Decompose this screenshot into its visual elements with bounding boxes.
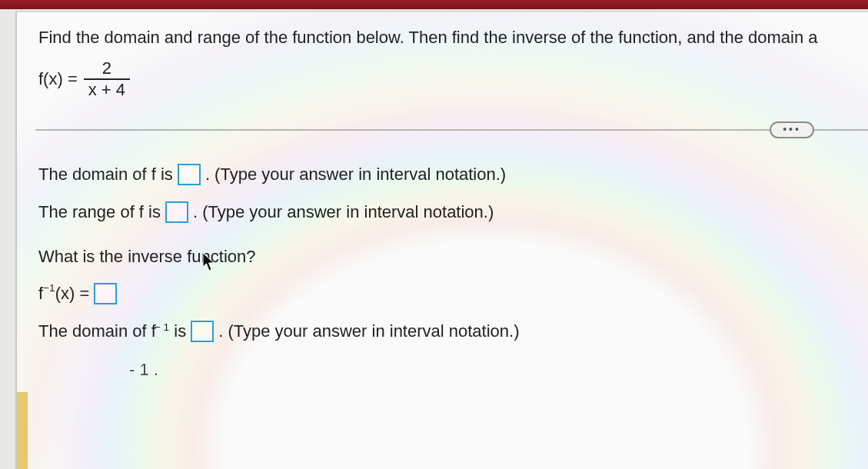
- question-panel: Find the domain and range of the functio…: [15, 11, 868, 469]
- range-f-label: The range of f is: [38, 201, 161, 224]
- range-f-hint: . (Type your answer in interval notation…: [193, 201, 494, 224]
- domain-f-hint: . (Type your answer in interval notation…: [205, 163, 506, 186]
- denominator: x + 4: [84, 80, 130, 98]
- question-prompt: Find the domain and range of the functio…: [38, 26, 868, 49]
- inverse-lhs: f−1(x) =: [38, 282, 89, 305]
- inverse-function-input[interactable]: [94, 283, 117, 304]
- domain-f-input[interactable]: [178, 164, 201, 185]
- formula-fraction: 2 x + 4: [84, 60, 130, 98]
- domain-inverse-label: The domain of f− 1 is: [38, 320, 186, 343]
- range-f-input[interactable]: [165, 201, 188, 223]
- domain-inverse-input[interactable]: [191, 321, 214, 342]
- domain-inverse-hint: . (Type your answer in interval notation…: [218, 320, 519, 343]
- page-edge-tab: [17, 392, 28, 469]
- domain-f-label: The domain of f is: [38, 163, 173, 186]
- inverse-function-row: f−1(x) =: [38, 282, 868, 305]
- domain-inverse-row: The domain of f− 1 is . (Type your answe…: [38, 320, 868, 343]
- formula-lhs: f(x) =: [38, 68, 78, 91]
- function-definition: f(x) = 2 x + 4: [38, 60, 868, 98]
- range-f-row: The range of f is . (Type your answer in…: [38, 201, 868, 224]
- inverse-question: What is the inverse function?: [38, 245, 868, 268]
- truncated-row: — - 1 .: [38, 358, 868, 381]
- window-accent-bar: [0, 0, 868, 9]
- divider: [35, 129, 868, 131]
- more-button[interactable]: •••: [770, 121, 814, 138]
- domain-f-row: The domain of f is . (Type your answer i…: [38, 163, 868, 186]
- truncated-text: - 1 .: [129, 358, 158, 381]
- numerator: 2: [98, 60, 116, 78]
